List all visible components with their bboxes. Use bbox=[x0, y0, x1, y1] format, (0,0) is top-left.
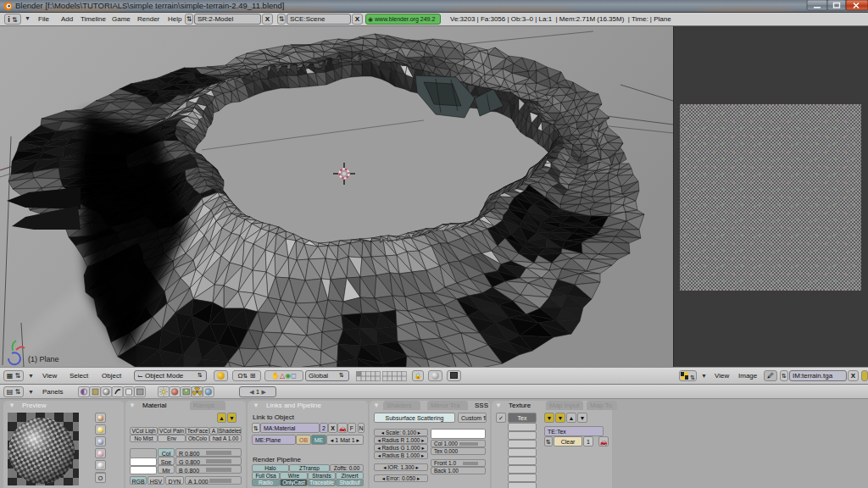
svg-text:(1) Plane: (1) Plane bbox=[28, 355, 59, 363]
